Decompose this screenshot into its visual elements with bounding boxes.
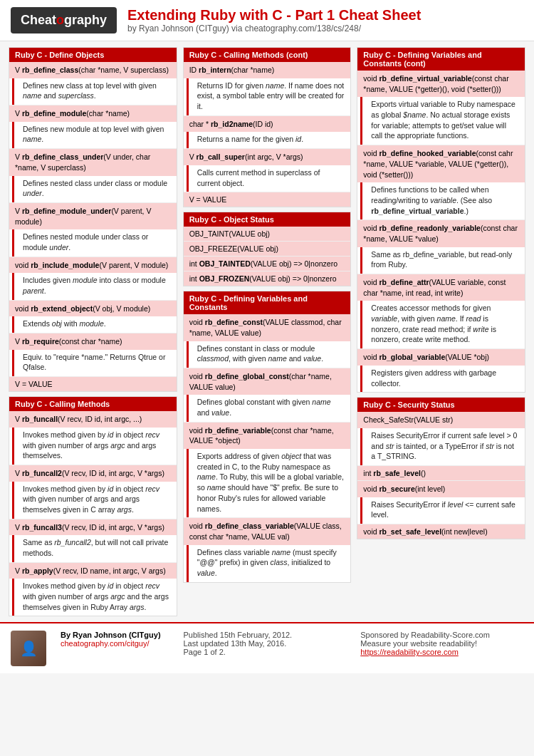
entry-sig: V rb_funcall3(V recv, ID id, int argc, V… xyxy=(9,519,177,536)
entry-desc: Defines functions to be called when read… xyxy=(360,182,525,219)
entry-plain: OBJ_FREEZE(VALUE obj) xyxy=(184,242,351,256)
footer-sponsor: Sponsored by Readability-Score.com Measu… xyxy=(360,631,523,656)
list-item: void rb_include_module(V parent, V modul… xyxy=(9,257,177,301)
entry-desc: Same as rb_funcall2, but will not call p… xyxy=(12,535,177,561)
entry-sig: V rb_define_class(char *name, V supercla… xyxy=(9,62,177,78)
entry-sig: void rb_define_variable(const char *name… xyxy=(184,423,351,449)
entry-desc: Invokes method given by id in object rec… xyxy=(12,579,177,616)
list-item: V rb_define_class_under(V under, char *n… xyxy=(9,149,177,203)
list-item: void rb_set_safe_level(int new|level) xyxy=(357,524,525,539)
pub-line3: Page 1 of 2. xyxy=(184,648,347,656)
author-link[interactable]: cheatography.com/citguy/ xyxy=(61,639,150,648)
entry-plain: OBJ_TAINT(VALUE obj) xyxy=(184,227,351,241)
section-calling-methods: Ruby C - Calling Methods V rb_funcall(V … xyxy=(9,396,177,616)
section-defining-vars: Ruby C - Defining Variables and Constant… xyxy=(183,291,352,582)
header: Cheatography Extending Ruby with C - Par… xyxy=(0,0,534,41)
entry-sig: void rb_define_class_variable(VALUE clas… xyxy=(184,518,351,544)
entry-plain: V = VALUE xyxy=(184,192,351,207)
section-defining-vars-body: void rb_define_const(VALUE classmod, cha… xyxy=(184,314,351,581)
list-item: void rb_define_const(VALUE classmod, cha… xyxy=(184,314,351,368)
entry-sig: void rb_include_module(V parent, V modul… xyxy=(9,257,177,274)
list-item: OBJ_TAINT(VALUE obj) xyxy=(184,227,351,242)
avatar-placeholder: 👤 xyxy=(11,631,46,666)
sponsor-link[interactable]: https://readability-score.com xyxy=(360,648,459,656)
entry-sig: Check_SafeStr(VALUE str) xyxy=(357,412,525,428)
list-item: void rb_secure(int level) Raises Securit… xyxy=(357,481,525,524)
section-security-status-title: Ruby C - Security Status xyxy=(357,398,525,412)
section-defining-vars-cont: Ruby C - Defining Variables and Constant… xyxy=(357,47,525,393)
entry-sig: V rb_funcall(V recv, ID id, int argc, ..… xyxy=(9,411,177,428)
entry-sig: V rb_define_class_under(V under, char *n… xyxy=(9,149,177,175)
entry-desc: Defines nested module under class or mod… xyxy=(12,229,177,256)
entry-desc: Registers given address with garbage col… xyxy=(360,366,525,392)
list-item: void rb_define_class_variable(VALUE clas… xyxy=(184,518,351,581)
entry-sig: V rb_define_module(char *name) xyxy=(9,105,177,122)
column-3: Ruby C - Defining Variables and Constant… xyxy=(354,47,528,539)
entry-sig: char * rb_id2name(ID id) xyxy=(184,116,351,133)
entry-desc: Invokes method given by id in object rec… xyxy=(12,428,177,465)
entry-sig: V rb_require(const char *name) xyxy=(9,333,177,350)
page-subtitle: by Ryan Johnson (CITguy) via cheatograph… xyxy=(127,24,421,33)
section-calling-methods-body: V rb_funcall(V recv, ID id, int argc, ..… xyxy=(9,411,177,616)
entry-sig: void rb_global_variable(VALUE *obj) xyxy=(357,349,525,366)
entry-sig: void rb_define_hooked_variable(const cah… xyxy=(357,145,525,182)
pub-line2: Last updated 13th May, 2016. xyxy=(184,639,347,648)
footer-publication: Published 15th February, 2012. Last upda… xyxy=(184,631,347,656)
list-item: int OBJ_TAINTED(VALUE obj) => 0|nonzero xyxy=(184,257,351,271)
list-item: void rb_define_attr(VALUE variable, cons… xyxy=(357,274,525,349)
entry-plain: V = VALUE xyxy=(9,377,177,391)
entry-desc: Defines nested class under class or modu… xyxy=(12,176,177,202)
list-item: V rb_define_class(char *name, V supercla… xyxy=(9,62,177,105)
section-calling-methods-cont-title: Ruby C - Calling Methods (cont) xyxy=(184,48,351,62)
list-item: V = VALUE xyxy=(184,192,351,207)
list-item: Check_SafeStr(VALUE str) Raises Security… xyxy=(357,412,525,466)
list-item: int rb_safe_level() xyxy=(357,466,525,481)
entry-desc: Creates accessor methods for given varia… xyxy=(360,301,525,348)
section-define-objects-title: Ruby C - Define Objects xyxy=(9,48,177,62)
entry-desc: Same as rb_define_variable, but read-onl… xyxy=(360,247,525,274)
section-calling-methods-cont: Ruby C - Calling Methods (cont) ID rb_in… xyxy=(183,47,352,207)
list-item: OBJ_FREEZE(VALUE obj) xyxy=(184,242,351,257)
entry-desc: Defines global constant with given name … xyxy=(187,395,351,421)
list-item: V rb_apply(V recv, ID name, int argc, V … xyxy=(9,563,177,616)
list-item: void rb_define_hooked_variable(const cah… xyxy=(357,145,525,220)
entry-desc: Exports virtual variable to Ruby namespa… xyxy=(360,97,525,145)
list-item: V rb_funcall3(V recv, ID id, int argc, V… xyxy=(9,519,177,563)
entry-sig: void rb_extend_object(V obj, V module) xyxy=(9,301,177,317)
footer-author: By Ryan Johnson (CITguy) cheatography.co… xyxy=(61,631,169,648)
list-item: ID rb_intern(char *name) Returns ID for … xyxy=(184,62,351,116)
entry-sig: void rb_define_const(VALUE classmod, cha… xyxy=(184,314,351,341)
entry-sig: V rb_define_module_under(V parent, V mod… xyxy=(9,203,177,229)
footer: 👤 By Ryan Johnson (CITguy) cheatography.… xyxy=(0,622,534,673)
entry-desc: Defines new module at top level with giv… xyxy=(12,122,177,148)
section-defining-vars-title: Ruby C - Defining Variables and Constant… xyxy=(184,291,351,314)
section-object-status: Ruby C - Object Status OBJ_TAINT(VALUE o… xyxy=(183,212,352,286)
entry-sig: V rb_apply(V recv, ID name, int argc, V … xyxy=(9,563,177,579)
section-security-status: Ruby C - Security Status Check_SafeStr(V… xyxy=(357,397,525,539)
section-defining-vars-cont-title: Ruby C - Defining Variables and Constant… xyxy=(357,48,525,71)
entry-plain: int rb_safe_level() xyxy=(357,466,525,480)
pub-line1: Published 15th February, 2012. xyxy=(184,631,347,639)
sponsor-text: Sponsored by Readability-Score.com xyxy=(360,631,523,639)
main-content: Ruby C - Define Objects V rb_define_clas… xyxy=(0,41,534,622)
list-item: void rb_define_global_const(char *name, … xyxy=(184,368,351,423)
section-define-objects: Ruby C - Define Objects V rb_define_clas… xyxy=(9,47,177,392)
section-object-status-body: OBJ_TAINT(VALUE obj) OBJ_FREEZE(VALUE ob… xyxy=(184,227,351,286)
list-item: V = VALUE xyxy=(9,377,177,391)
entry-desc: Defines constant in class or module clas… xyxy=(187,341,351,368)
entry-plain: int OBJ_TAINTED(VALUE obj) => 0|nonzero xyxy=(184,257,351,271)
section-define-objects-body: V rb_define_class(char *name, V supercla… xyxy=(9,62,177,391)
section-security-status-body: Check_SafeStr(VALUE str) Raises Security… xyxy=(357,412,525,539)
column-1: Ruby C - Define Objects V rb_define_clas… xyxy=(6,47,180,616)
section-defining-vars-cont-body: void rb_define_virtual_variable(const ch… xyxy=(357,71,525,392)
entry-desc: Equiv. to "require *name." Returns Qtrue… xyxy=(12,350,177,376)
list-item: V rb_funcall(V recv, ID id, int argc, ..… xyxy=(9,411,177,465)
entry-sig: ID rb_intern(char *name) xyxy=(184,62,351,78)
entry-plain: void rb_set_safe_level(int new|level) xyxy=(357,524,525,539)
entry-sig: void rb_define_attr(VALUE variable, cons… xyxy=(357,274,525,301)
list-item: int OBJ_FROZEN(VALUE obj) => 0|nonzero xyxy=(184,271,351,286)
section-calling-methods-title: Ruby C - Calling Methods xyxy=(9,397,177,411)
entry-desc: Includes given module into class or modu… xyxy=(12,273,177,299)
entry-desc: Extends obj with module. xyxy=(12,316,177,333)
list-item: void rb_define_variable(const char *name… xyxy=(184,423,351,519)
